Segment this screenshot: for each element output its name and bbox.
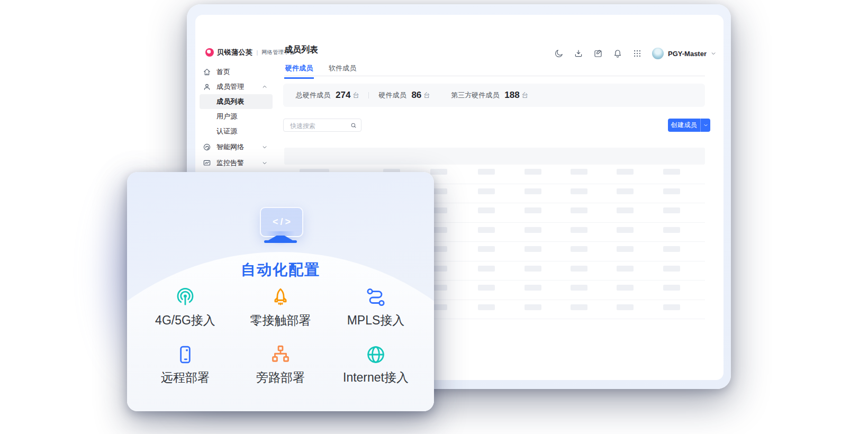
skeleton-cell — [478, 188, 495, 194]
chevron-down-icon — [262, 160, 267, 166]
screenshot-stage: 贝锐蒲公英 | 网络管理平台 成员列表 — [0, 0, 868, 434]
edit-note-icon[interactable] — [593, 49, 603, 58]
skeleton-cell — [571, 227, 587, 233]
stat-value: 274 — [336, 90, 350, 101]
stat-value: 86 — [411, 90, 421, 101]
member-type-tabs: 硬件成员 软件成员 — [284, 64, 357, 79]
sidebar-item-label: 用户源 — [216, 112, 237, 121]
sidebar-item-members[interactable]: 成员管理 — [200, 79, 273, 94]
skeleton-cell — [617, 285, 634, 291]
bell-icon[interactable] — [613, 49, 622, 58]
promo-card: </> 自动化配置 4G/5G接入 零接触部署 MPLS — [127, 172, 434, 411]
chevron-down-icon — [262, 144, 267, 150]
chevron-up-icon — [262, 84, 267, 89]
header-actions: PGY-Master — [554, 48, 716, 59]
skeleton-cell — [617, 169, 634, 175]
skeleton-cell — [663, 227, 680, 233]
code-monitor-icon: </> — [260, 207, 303, 237]
user-menu[interactable]: PGY-Master — [652, 48, 716, 59]
sidebar-item-label: 监控告警 — [216, 158, 244, 168]
skeleton-cell — [478, 169, 495, 175]
stat-label: 硬件成员 — [378, 91, 406, 100]
antenna-icon — [174, 284, 196, 309]
chevron-down-icon — [711, 51, 716, 56]
create-member-label: 创建成员 — [668, 121, 700, 130]
stat-divider — [368, 92, 369, 98]
skeleton-cell — [525, 207, 541, 213]
skeleton-cell — [663, 266, 680, 272]
skeleton-cell — [478, 207, 495, 213]
bypass-network-icon — [269, 341, 292, 366]
skeleton-cell — [663, 304, 680, 310]
tab-hardware-members[interactable]: 硬件成员 — [284, 64, 314, 79]
stats-bar: 总硬件成员 274 台 硬件成员 86 台 第三方硬件成员 188 台 — [283, 84, 705, 107]
sidebar-item-user-source[interactable]: 用户源 — [200, 109, 273, 124]
skeleton-cell — [617, 207, 634, 213]
stat-unit: 台 — [352, 91, 359, 100]
skeleton-cell — [478, 246, 495, 252]
search-input[interactable] — [289, 120, 350, 132]
download-icon[interactable] — [574, 49, 583, 58]
skeleton-cell — [571, 207, 587, 213]
brand-logo[interactable]: 贝锐蒲公英 | 网络管理平台 — [205, 48, 295, 57]
skeleton-cell — [525, 188, 541, 194]
page-title: 成员列表 — [284, 44, 318, 56]
skeleton-cell — [525, 285, 541, 291]
skeleton-cell — [525, 227, 541, 233]
brand-name: 贝锐蒲公英 — [217, 48, 253, 57]
sidebar-item-label: 成员列表 — [216, 97, 244, 106]
skeleton-cell — [617, 188, 634, 194]
skeleton-cell — [478, 285, 495, 291]
skeleton-cell — [617, 266, 634, 272]
feature-grid: 4G/5G接入 零接触部署 MPLS接入 远程部署 — [138, 284, 423, 386]
feature-label: 零接触部署 — [250, 312, 311, 329]
feature-mpls: MPLS接入 — [328, 284, 423, 329]
apps-grid-icon[interactable] — [632, 49, 642, 58]
stat-unit: 台 — [423, 91, 430, 100]
chevron-down-icon[interactable] — [701, 123, 710, 128]
feature-label: MPLS接入 — [347, 312, 405, 329]
moon-icon[interactable] — [554, 49, 564, 58]
skeleton-cell — [525, 246, 541, 252]
brand-separator: | — [257, 49, 258, 56]
sidebar-item-monitor-alert[interactable]: 监控告警 — [200, 156, 273, 170]
stat-value: 188 — [504, 90, 519, 101]
search-box — [283, 119, 361, 132]
avatar — [652, 48, 664, 59]
tab-software-members[interactable]: 软件成员 — [328, 64, 357, 79]
smart-network-icon — [203, 143, 211, 151]
stat-unit: 台 — [522, 91, 528, 100]
skeleton-cell — [663, 285, 680, 291]
skeleton-cell — [663, 207, 680, 213]
sidebar-item-smart-network[interactable]: 智能网络 — [200, 140, 273, 155]
skeleton-cell — [525, 169, 541, 175]
sidebar-item-home[interactable]: 首页 — [200, 65, 273, 79]
skeleton-cell — [617, 227, 634, 233]
feature-internet: Internet接入 — [328, 341, 423, 386]
skeleton-cell — [617, 246, 634, 252]
skeleton-cell — [663, 246, 680, 252]
skeleton-cell — [478, 304, 495, 310]
stat-label: 总硬件成员 — [296, 91, 330, 100]
route-icon — [365, 284, 387, 309]
skeleton-cell — [663, 169, 680, 175]
monitor-base — [264, 240, 297, 243]
sidebar-item-auth-source[interactable]: 认证源 — [200, 124, 273, 139]
feature-label: 4G/5G接入 — [155, 312, 215, 329]
promo-title: 自动化配置 — [127, 260, 434, 280]
sidebar-item-member-list[interactable]: 成员列表 — [200, 94, 273, 109]
home-icon — [203, 68, 211, 76]
create-member-button[interactable]: 创建成员 — [668, 119, 710, 132]
search-icon[interactable] — [350, 122, 357, 129]
skeleton-cell — [571, 169, 587, 175]
user-name: PGY-Master — [668, 50, 707, 58]
skeleton-cell — [617, 304, 634, 310]
pgy-logo-icon — [205, 48, 214, 57]
sidebar: 首页 成员管理 成员列表 用户源 认 — [195, 64, 276, 191]
skeleton-cell — [571, 246, 587, 252]
feature-label: 远程部署 — [161, 369, 210, 386]
skeleton-cell — [525, 304, 541, 310]
skeleton-cell — [663, 188, 680, 194]
members-icon — [203, 83, 211, 91]
skeleton-cell — [571, 266, 587, 272]
